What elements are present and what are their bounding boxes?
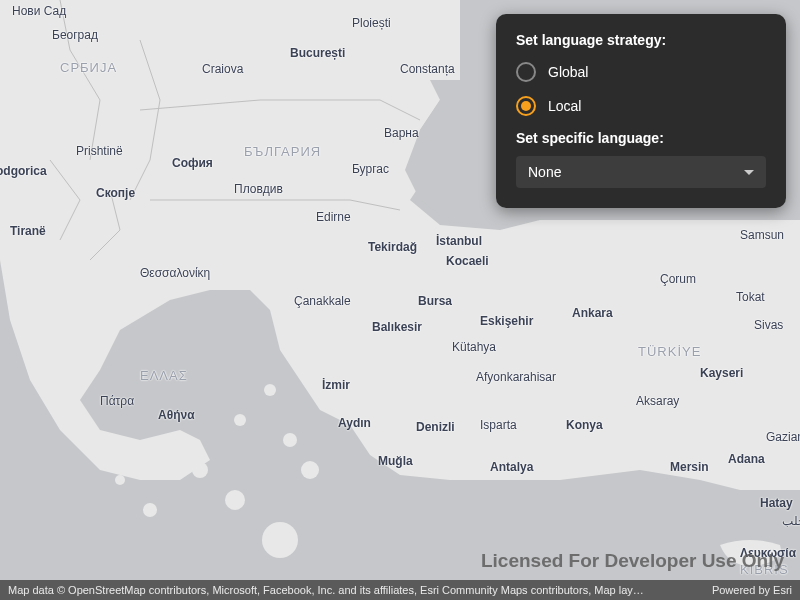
svg-point-3	[262, 522, 298, 558]
city-label: Kocaeli	[446, 254, 489, 268]
city-label: Пловдив	[234, 182, 283, 196]
city-label: Prishtinë	[76, 144, 123, 158]
city-label: Afyonkarahisar	[476, 370, 556, 384]
svg-point-2	[225, 490, 245, 510]
radio-icon-selected	[516, 96, 536, 116]
strategy-heading: Set language strategy:	[516, 32, 766, 48]
license-watermark: Licensed For Developer Use Only	[481, 550, 784, 572]
powered-by-text[interactable]: Powered by Esri	[712, 584, 792, 596]
city-label: Ploiești	[352, 16, 391, 30]
language-select-value: None	[528, 164, 561, 180]
city-label: Aksaray	[636, 394, 679, 408]
city-label: Aydın	[338, 416, 371, 430]
city-label: Ankara	[572, 306, 613, 320]
city-label: Mersin	[670, 460, 709, 474]
city-label: حلب	[782, 514, 800, 528]
svg-point-1	[192, 462, 208, 478]
city-label: Нови Сад	[12, 4, 66, 18]
city-label: Isparta	[480, 418, 517, 432]
specific-heading: Set specific language:	[516, 130, 766, 146]
city-label: Çorum	[660, 272, 696, 286]
city-label: Gaziant	[766, 430, 800, 444]
radio-global[interactable]: Global	[516, 62, 766, 82]
city-label: Bursa	[418, 294, 452, 308]
svg-point-5	[264, 384, 276, 396]
attribution-text: Map data © OpenStreetMap contributors, M…	[8, 584, 648, 596]
radio-local[interactable]: Local	[516, 96, 766, 116]
city-label: Tekirdağ	[368, 240, 417, 254]
city-label: Craiova	[202, 62, 243, 76]
city-label: Denizli	[416, 420, 455, 434]
svg-point-4	[234, 414, 246, 426]
city-label: Αθήνα	[158, 408, 195, 422]
radio-icon	[516, 62, 536, 82]
city-label: Konya	[566, 418, 603, 432]
chevron-down-icon	[744, 170, 754, 175]
city-label: Варна	[384, 126, 419, 140]
city-label: Kayseri	[700, 366, 743, 380]
city-label: Sivas	[754, 318, 783, 332]
city-label: Πάτρα	[100, 394, 134, 408]
city-label: Samsun	[740, 228, 784, 242]
attribution-bar: Map data © OpenStreetMap contributors, M…	[0, 580, 800, 600]
country-label: ΕΛΛΑΣ	[140, 368, 188, 383]
language-select[interactable]: None	[516, 156, 766, 188]
map-canvas[interactable]: СРБИЈАБЪЛГАРИЯΕΛΛΑΣTÜRKİYEKIBRISНови Сад…	[0, 0, 800, 600]
country-label: СРБИЈА	[60, 60, 117, 75]
city-label: Balıkesir	[372, 320, 422, 334]
city-label: İzmir	[322, 378, 350, 392]
city-label: Eskişehir	[480, 314, 533, 328]
city-label: Скопје	[96, 186, 135, 200]
city-label: Edirne	[316, 210, 351, 224]
city-label: İstanbul	[436, 234, 482, 248]
city-label: Hatay	[760, 496, 793, 510]
city-label: odgorica	[0, 164, 47, 178]
city-label: София	[172, 156, 213, 170]
country-label: БЪЛГАРИЯ	[244, 144, 321, 159]
country-label: TÜRKİYE	[638, 344, 701, 359]
radio-label-local: Local	[548, 98, 581, 114]
city-label: Çanakkale	[294, 294, 351, 308]
svg-point-7	[301, 461, 319, 479]
city-label: Adana	[728, 452, 765, 466]
city-label: Београд	[52, 28, 98, 42]
svg-point-9	[115, 475, 125, 485]
city-label: Tiranë	[10, 224, 46, 238]
city-label: Antalya	[490, 460, 533, 474]
svg-point-6	[283, 433, 297, 447]
city-label: Бургас	[352, 162, 389, 176]
city-label: Constanța	[400, 62, 455, 76]
svg-point-8	[143, 503, 157, 517]
city-label: Muğla	[378, 454, 413, 468]
city-label: Tokat	[736, 290, 765, 304]
city-label: Kütahya	[452, 340, 496, 354]
city-label: Θεσσαλονίκη	[140, 266, 210, 280]
radio-label-global: Global	[548, 64, 588, 80]
city-label: București	[290, 46, 345, 60]
language-panel: Set language strategy: Global Local Set …	[496, 14, 786, 208]
